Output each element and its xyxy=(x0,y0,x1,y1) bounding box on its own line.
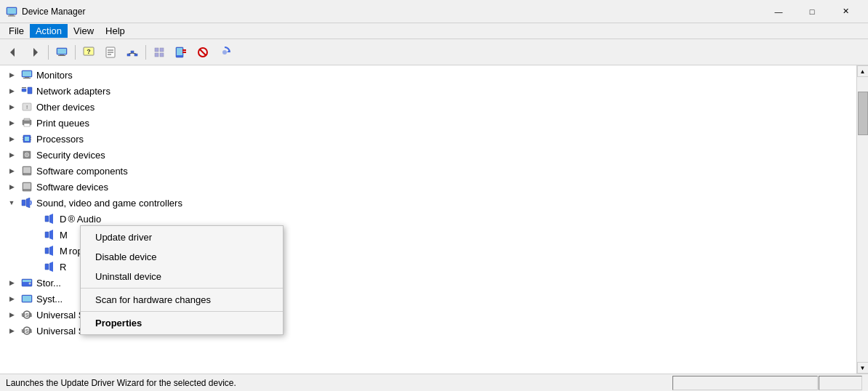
svg-rect-47 xyxy=(25,137,29,141)
toolbar-uninstall[interactable] xyxy=(171,42,191,63)
expand-sound[interactable]: ▼ xyxy=(6,197,17,209)
print-icon xyxy=(20,116,33,129)
ctx-properties[interactable]: Properties xyxy=(81,313,283,333)
tree-item-monitors[interactable]: ▶ Monitors xyxy=(0,67,856,83)
close-button[interactable]: ✕ xyxy=(829,0,862,23)
expand-print[interactable]: ▶ xyxy=(6,117,17,129)
software-comp-icon xyxy=(20,164,33,177)
scroll-down-btn[interactable]: ▼ xyxy=(857,362,869,374)
svg-rect-21 xyxy=(155,48,158,52)
menu-view[interactable]: View xyxy=(68,24,100,38)
expand-network[interactable]: ▶ xyxy=(6,85,17,97)
child1-label: D xyxy=(60,214,66,225)
ctx-uninstall-device[interactable]: Uninstall device xyxy=(81,267,283,286)
tree-item-software-comp[interactable]: ▶ Software components xyxy=(0,163,856,179)
svg-rect-22 xyxy=(160,48,164,52)
svg-rect-24 xyxy=(160,53,164,57)
network-label: Network adapters xyxy=(36,86,110,97)
status-text: Launches the Update Driver Wizard for th… xyxy=(6,378,236,388)
expand-usb-dev[interactable]: ▶ xyxy=(6,325,17,336)
main-area: ▶ Monitors ▶ N xyxy=(0,65,868,374)
toolbar-network[interactable] xyxy=(122,42,142,63)
tree-item-other[interactable]: ▶ ! Other devices xyxy=(0,99,856,115)
expand-child4 xyxy=(29,261,41,273)
menu-help[interactable]: Help xyxy=(100,24,131,38)
toolbar-computer[interactable] xyxy=(52,42,72,63)
menu-action[interactable]: Action xyxy=(30,24,68,38)
expand-software-dev[interactable]: ▶ xyxy=(6,181,17,193)
tree-item-software-dev[interactable]: ▶ Software devices xyxy=(0,179,856,195)
maximize-button[interactable]: □ xyxy=(795,0,829,23)
expand-security[interactable]: ▶ xyxy=(6,149,17,161)
tree-item-child1[interactable]: D ® Audio xyxy=(0,211,856,227)
system-label: Syst... xyxy=(36,294,63,305)
tree-item-processors[interactable]: ▶ Processors xyxy=(0,131,856,147)
other-icon: ! xyxy=(20,100,33,113)
svg-marker-4 xyxy=(10,48,15,57)
ctx-update-driver[interactable]: Update driver xyxy=(81,227,283,247)
ctx-scan-hardware[interactable]: Scan for hardware changes xyxy=(81,290,283,310)
tree-item-print[interactable]: ▶ Print queues xyxy=(0,115,856,131)
svg-rect-37 xyxy=(22,89,26,92)
processor-icon xyxy=(20,132,33,145)
network-icon xyxy=(20,84,33,97)
scroll-thumb[interactable] xyxy=(858,92,868,135)
child4-icon xyxy=(44,260,57,273)
toolbar-back[interactable] xyxy=(3,42,23,63)
svg-rect-44 xyxy=(24,118,30,121)
expand-child2 xyxy=(29,229,41,241)
svg-rect-57 xyxy=(24,174,30,174)
svg-rect-70 xyxy=(23,296,31,302)
software-dev-label: Software devices xyxy=(36,182,108,193)
svg-text:USB: USB xyxy=(22,313,33,318)
ctx-disable-device[interactable]: Disable device xyxy=(81,247,283,267)
toolbar-forward[interactable] xyxy=(25,42,45,63)
svg-marker-5 xyxy=(33,48,38,57)
expand-usb-ctrl[interactable]: ▶ xyxy=(6,309,17,321)
child2-label: M xyxy=(60,230,68,241)
svg-rect-9 xyxy=(58,55,65,56)
menu-file[interactable]: File xyxy=(3,24,30,38)
svg-rect-63 xyxy=(45,232,49,238)
svg-rect-67 xyxy=(23,280,31,282)
svg-rect-38 xyxy=(22,87,26,88)
svg-rect-2 xyxy=(9,15,14,16)
minimize-button[interactable]: — xyxy=(762,0,795,23)
svg-point-54 xyxy=(26,154,28,156)
expand-software-comp[interactable]: ▶ xyxy=(6,165,17,177)
expand-processors[interactable]: ▶ xyxy=(6,133,17,145)
svg-rect-1 xyxy=(7,8,16,14)
sound-icon xyxy=(20,196,33,209)
svg-rect-3 xyxy=(8,15,15,16)
expand-system[interactable]: ▶ xyxy=(6,293,17,305)
status-pane-2 xyxy=(819,376,862,390)
expand-other[interactable]: ▶ xyxy=(6,101,17,113)
child4-label: R xyxy=(60,262,66,273)
svg-line-20 xyxy=(132,53,136,54)
toolbar-disable[interactable] xyxy=(193,42,213,63)
tree-item-network[interactable]: ▶ Network adapters xyxy=(0,83,856,99)
toolbar-view[interactable] xyxy=(149,42,169,63)
expand-storage[interactable]: ▶ xyxy=(6,277,17,289)
vertical-scrollbar[interactable]: ▲ ▼ xyxy=(856,65,868,374)
system-icon xyxy=(20,292,33,305)
svg-rect-8 xyxy=(60,55,64,55)
scroll-up-btn[interactable]: ▲ xyxy=(857,65,869,77)
svg-rect-59 xyxy=(23,183,31,189)
toolbar-help[interactable]: ? xyxy=(79,42,99,63)
svg-rect-60 xyxy=(24,190,30,190)
toolbar-scan[interactable] xyxy=(214,42,235,63)
svg-rect-16 xyxy=(131,51,134,53)
expand-monitors[interactable]: ▶ xyxy=(6,69,17,81)
tree-item-sound[interactable]: ▼ Sound, video and game controllers xyxy=(0,195,856,211)
toolbar-properties[interactable] xyxy=(100,42,121,63)
status-right-panes xyxy=(672,376,862,390)
svg-rect-23 xyxy=(155,53,158,57)
svg-rect-34 xyxy=(23,71,31,76)
context-menu: Update driver Disable device Uninstall d… xyxy=(80,225,284,335)
other-label: Other devices xyxy=(36,102,95,113)
processors-label: Processors xyxy=(36,134,84,145)
tree-item-security[interactable]: ▶ Security devices xyxy=(0,147,856,163)
svg-rect-56 xyxy=(23,167,31,173)
child3-icon xyxy=(44,244,57,257)
